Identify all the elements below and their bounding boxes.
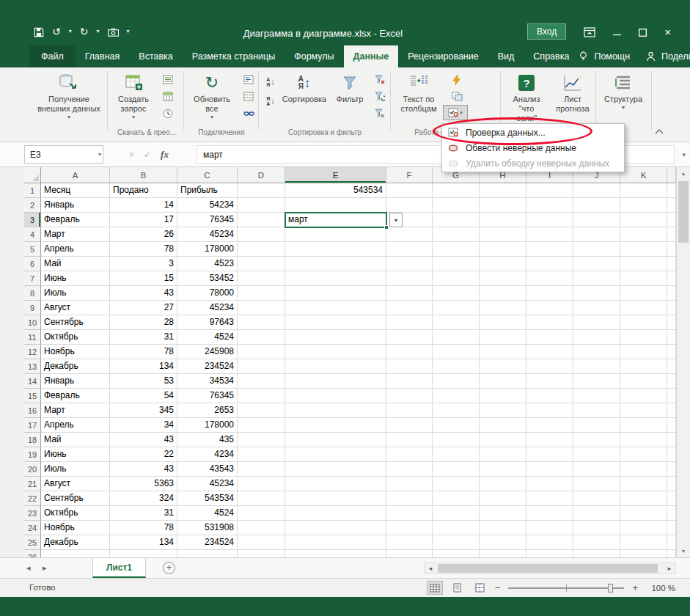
- cell-J7[interactable]: [573, 271, 620, 286]
- cell-D4[interactable]: [238, 227, 285, 242]
- menu-item-circle-invalid-data[interactable]: Обвести неверные данные: [442, 140, 624, 155]
- cell-C2[interactable]: 54234: [177, 198, 238, 213]
- cell-J20[interactable]: [573, 462, 620, 477]
- assistant-label[interactable]: Помощн: [594, 51, 630, 62]
- row-header-24[interactable]: 24: [24, 521, 41, 535]
- row-header-13[interactable]: 13: [24, 359, 41, 374]
- row-header-23[interactable]: 23: [24, 506, 41, 521]
- row-header-20[interactable]: 20: [24, 462, 41, 477]
- cell-C8[interactable]: 78000: [177, 286, 238, 301]
- cell-C6[interactable]: 4523: [177, 257, 238, 271]
- name-box-dropdown-icon[interactable]: ▾: [98, 151, 101, 158]
- cell-K7[interactable]: [620, 271, 667, 286]
- cell-J1[interactable]: [573, 183, 620, 198]
- row-header-9[interactable]: 9: [24, 301, 41, 315]
- cell-A2[interactable]: Январь: [41, 198, 110, 213]
- cell-G22[interactable]: [433, 491, 480, 506]
- view-normal-button[interactable]: [427, 581, 443, 595]
- cell-H13[interactable]: [480, 359, 526, 374]
- tab-formulas[interactable]: Формулы: [285, 45, 343, 67]
- cell-E25[interactable]: [285, 535, 386, 550]
- save-icon[interactable]: [34, 25, 44, 38]
- cell-A12[interactable]: Ноябрь: [41, 345, 110, 359]
- cell-G11[interactable]: [433, 330, 480, 345]
- cell-H9[interactable]: [480, 301, 526, 315]
- column-header-C[interactable]: C: [177, 167, 238, 183]
- cell-D19[interactable]: [238, 447, 285, 462]
- zoom-in-button[interactable]: +: [632, 582, 638, 593]
- cell-D23[interactable]: [238, 506, 285, 521]
- scroll-down-icon[interactable]: ▾: [677, 545, 690, 557]
- cell-I13[interactable]: [526, 359, 573, 374]
- confirm-entry-button[interactable]: ✓: [144, 150, 151, 160]
- cell-C20[interactable]: 43543: [177, 462, 238, 477]
- share-label[interactable]: Поделиться: [661, 51, 690, 62]
- cell-H5[interactable]: [480, 242, 526, 257]
- cell-partial[interactable]: [667, 403, 676, 418]
- filter-button[interactable]: Фильтр: [330, 71, 370, 125]
- cell-F2[interactable]: [386, 198, 433, 213]
- new-sheet-button[interactable]: +: [163, 562, 175, 574]
- cell-C5[interactable]: 178000: [177, 242, 238, 257]
- cell-E4[interactable]: [285, 227, 386, 242]
- cell-I2[interactable]: [526, 198, 573, 213]
- cell-B4[interactable]: 26: [110, 227, 177, 242]
- cell-B6[interactable]: 3: [110, 257, 177, 271]
- cell-C3[interactable]: 76345: [177, 213, 238, 227]
- cell-E22[interactable]: [285, 491, 386, 506]
- cell-B2[interactable]: 14: [110, 198, 177, 213]
- forecast-sheet-button[interactable]: Лист прогноза: [551, 71, 594, 125]
- cell-C15[interactable]: 76345: [177, 389, 238, 403]
- tab-view[interactable]: Вид: [488, 45, 524, 67]
- cell-D18[interactable]: [238, 433, 285, 447]
- cell-B24[interactable]: 78: [110, 521, 177, 535]
- cell-I1[interactable]: [526, 183, 573, 198]
- text-to-columns-button[interactable]: Текст по столбцам: [394, 71, 443, 125]
- cell-D12[interactable]: [238, 345, 285, 359]
- cell-A20[interactable]: Июль: [41, 462, 110, 477]
- cell-I8[interactable]: [526, 286, 573, 301]
- redo-icon[interactable]: ↻: [80, 26, 89, 37]
- cell-J6[interactable]: [573, 257, 620, 271]
- cell-B17[interactable]: 34: [110, 418, 177, 433]
- cell-I5[interactable]: [526, 242, 573, 257]
- cell-G21[interactable]: [433, 477, 480, 491]
- cell-K5[interactable]: [620, 242, 667, 257]
- cell-A10[interactable]: Сентябрь: [41, 315, 110, 330]
- cell-G16[interactable]: [433, 403, 480, 418]
- sort-ascending-button[interactable]: АЯ↓: [261, 74, 280, 89]
- row-header-1[interactable]: 1: [24, 183, 41, 198]
- zoom-level-label[interactable]: 100 %: [645, 584, 675, 593]
- cell-K26[interactable]: [620, 550, 667, 557]
- cell-F8[interactable]: [386, 286, 433, 301]
- cell-K14[interactable]: [620, 374, 667, 389]
- cell-C9[interactable]: 45234: [177, 301, 238, 315]
- cell-H1[interactable]: [480, 183, 526, 198]
- advanced-filter-button[interactable]: [371, 106, 389, 121]
- cell-F16[interactable]: [386, 403, 433, 418]
- cell-H21[interactable]: [480, 477, 526, 491]
- cell-B10[interactable]: 28: [110, 315, 177, 330]
- cell-F23[interactable]: [386, 506, 433, 521]
- cell-I19[interactable]: [526, 447, 573, 462]
- cell-B19[interactable]: 22: [110, 447, 177, 462]
- cell-G6[interactable]: [433, 257, 480, 271]
- cell-D24[interactable]: [238, 521, 285, 535]
- cell-partial[interactable]: [667, 301, 676, 315]
- cell-D16[interactable]: [238, 403, 285, 418]
- cell-I10[interactable]: [526, 315, 573, 330]
- tab-home[interactable]: Главная: [76, 45, 130, 67]
- cell-E2[interactable]: [285, 198, 386, 213]
- cell-F1[interactable]: [386, 183, 433, 198]
- cell-C11[interactable]: 4524: [177, 330, 238, 345]
- cell-F7[interactable]: [386, 271, 433, 286]
- cell-F20[interactable]: [386, 462, 433, 477]
- row-header-4[interactable]: 4: [24, 227, 41, 242]
- cell-K18[interactable]: [620, 433, 667, 447]
- cell-partial[interactable]: [667, 418, 676, 433]
- cell-C23[interactable]: 4524: [177, 506, 238, 521]
- cell-G1[interactable]: [433, 183, 480, 198]
- cell-A14[interactable]: Январь: [41, 374, 110, 389]
- cell-H20[interactable]: [480, 462, 526, 477]
- cell-B21[interactable]: 5363: [110, 477, 177, 491]
